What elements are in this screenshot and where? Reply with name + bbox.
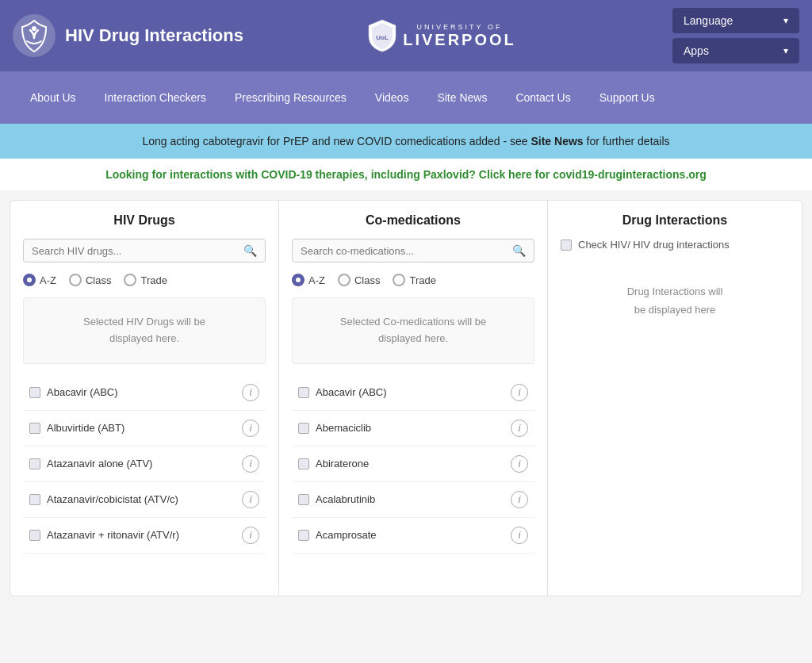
drug-checkbox[interactable]	[298, 494, 309, 505]
language-dropdown[interactable]: Language ▾	[672, 8, 799, 33]
comedications-column: Co-medications 🔍 A-Z Class Trade Selecte…	[279, 201, 548, 596]
hiv-drugs-search-input[interactable]	[32, 245, 243, 257]
drug-item-left: Acalabrutinib	[298, 493, 375, 505]
header-dropdowns: Language ▾ Apps ▾	[672, 8, 799, 63]
drug-item-left: Atazanavir alone (ATV)	[29, 458, 152, 469]
comedications-search-box[interactable]: 🔍	[292, 239, 534, 263]
drug-item-left: Abemaciclib	[298, 422, 371, 434]
table-row: Atazanavir alone (ATV) i	[23, 446, 266, 482]
drug-name: Atazanavir/cobicistat (ATV/c)	[47, 493, 178, 505]
drug-checkbox[interactable]	[298, 530, 309, 541]
nav-item-interaction-checkers[interactable]: Interaction Checkers	[90, 91, 220, 104]
interactions-column: Drug Interactions Check HIV/ HIV drug in…	[548, 201, 802, 596]
header: HIV Drug Interactions UoL UNIVERSITY OF …	[0, 0, 812, 71]
covid-notice[interactable]: Looking for interactions with COVID-19 t…	[0, 159, 812, 190]
info-icon[interactable]: i	[511, 384, 528, 401]
apps-chevron-icon: ▾	[783, 45, 788, 56]
comed-radio-trade[interactable]: Trade	[393, 274, 435, 286]
nav-item-videos[interactable]: Videos	[361, 91, 423, 104]
hiv-radio-az-circle	[23, 274, 36, 286]
hiv-radio-class[interactable]: Class	[69, 274, 112, 286]
comedications-search-input[interactable]	[301, 245, 512, 257]
search-icon-2: 🔍	[512, 244, 526, 257]
drug-checkbox[interactable]	[298, 458, 309, 469]
drug-item-left: Atazanavir/cobicistat (ATV/c)	[29, 493, 178, 505]
table-row: Abemaciclib i	[292, 411, 534, 446]
nav-item-support-us[interactable]: Support Us	[585, 91, 669, 104]
hiv-drugs-title: HIV Drugs	[23, 213, 266, 228]
drug-name: Acalabrutinib	[316, 493, 375, 505]
comed-selected-placeholder: Selected Co-medications will bedisplayed…	[292, 297, 534, 364]
site-news-link[interactable]: Site News	[530, 135, 583, 148]
nav-item-contact-us[interactable]: Contact Us	[501, 91, 584, 104]
check-hiv-row: Check HIV/ HIV drug interactions	[561, 239, 789, 251]
drug-checkbox[interactable]	[298, 423, 309, 434]
drug-checkbox[interactable]	[29, 494, 40, 505]
drug-name: Atazanavir alone (ATV)	[47, 458, 152, 469]
search-icon: 🔍	[243, 244, 257, 257]
interactions-placeholder: Drug Interactions will be displayed here	[561, 282, 789, 320]
info-icon[interactable]: i	[242, 384, 259, 401]
info-icon[interactable]: i	[242, 527, 259, 544]
site-title: HIV Drug Interactions	[65, 25, 243, 46]
drug-checkbox[interactable]	[29, 423, 40, 434]
info-icon[interactable]: i	[511, 420, 528, 437]
check-hiv-checkbox[interactable]	[561, 240, 572, 251]
comed-radio-az[interactable]: A-Z	[292, 274, 325, 286]
nav-item-prescribing-resources[interactable]: Prescribing Resources	[220, 91, 361, 104]
drug-name: Atazanavir + ritonavir (ATV/r)	[47, 529, 179, 541]
drug-checkbox[interactable]	[29, 458, 40, 469]
comed-drug-list: Abacavir (ABC) i Abemaciclib i Abiratero…	[292, 375, 534, 554]
site-logo-icon	[13, 14, 56, 57]
drug-checkbox[interactable]	[29, 387, 40, 398]
svg-text:UoL: UoL	[376, 34, 389, 41]
check-hiv-label: Check HIV/ HIV drug interactions	[578, 239, 730, 251]
table-row: Acalabrutinib i	[292, 482, 534, 518]
info-icon[interactable]: i	[242, 491, 259, 508]
table-row: Albuvirtide (ABT) i	[23, 411, 266, 446]
info-icon[interactable]: i	[242, 420, 259, 437]
hiv-drugs-search-box[interactable]: 🔍	[23, 239, 266, 263]
comed-radio-trade-circle	[393, 274, 405, 286]
hiv-radio-az[interactable]: A-Z	[23, 274, 56, 286]
table-row: Abiraterone i	[292, 446, 534, 482]
hiv-selected-placeholder: Selected HIV Drugs will bedisplayed here…	[23, 297, 266, 364]
main-nav: About UsInteraction CheckersPrescribing …	[0, 71, 812, 124]
hiv-radio-trade-circle	[124, 274, 136, 286]
university-logo-area: UoL UNIVERSITY OF LIVERPOOL	[368, 19, 532, 52]
info-icon[interactable]: i	[511, 491, 528, 508]
comedications-radio-group: A-Z Class Trade	[292, 274, 534, 286]
hiv-drugs-radio-group: A-Z Class Trade	[23, 274, 266, 286]
drug-item-left: Abacavir (ABC)	[29, 386, 118, 398]
hiv-radio-trade[interactable]: Trade	[124, 274, 167, 286]
drug-item-left: Albuvirtide (ABT)	[29, 422, 124, 434]
hiv-drugs-column: HIV Drugs 🔍 A-Z Class Trade Selected HIV…	[10, 201, 279, 596]
liverpool-shield-icon: UoL	[368, 19, 396, 52]
drug-checkbox[interactable]	[298, 387, 309, 398]
table-row: Abacavir (ABC) i	[292, 375, 534, 411]
info-icon[interactable]: i	[511, 455, 528, 473]
nav-item-about-us[interactable]: About Us	[16, 91, 90, 104]
comed-radio-class[interactable]: Class	[338, 274, 381, 286]
nav-item-site-news[interactable]: Site News	[423, 91, 501, 104]
drug-name: Abiraterone	[316, 458, 369, 469]
info-icon[interactable]: i	[511, 527, 528, 544]
apps-dropdown[interactable]: Apps ▾	[672, 38, 799, 63]
info-icon[interactable]: i	[242, 455, 259, 473]
svg-point-1	[32, 26, 36, 31]
table-row: Acamprosate i	[292, 518, 534, 554]
hiv-radio-class-circle	[69, 274, 82, 286]
comed-radio-az-circle	[292, 274, 304, 286]
drug-checkbox[interactable]	[29, 530, 40, 541]
comed-radio-class-circle	[338, 274, 350, 286]
main-content: HIV Drugs 🔍 A-Z Class Trade Selected HIV…	[10, 200, 802, 596]
hiv-drug-list: Abacavir (ABC) i Albuvirtide (ABT) i Ata…	[23, 375, 266, 554]
drug-name: Abemaciclib	[316, 422, 371, 434]
drug-item-left: Atazanavir + ritonavir (ATV/r)	[29, 529, 179, 541]
drug-name: Acamprosate	[316, 529, 377, 541]
interactions-title: Drug Interactions	[561, 213, 789, 228]
table-row: Atazanavir/cobicistat (ATV/c) i	[23, 482, 266, 518]
comedications-title: Co-medications	[292, 213, 534, 228]
language-chevron-icon: ▾	[783, 15, 788, 26]
drug-item-left: Abiraterone	[298, 458, 369, 469]
